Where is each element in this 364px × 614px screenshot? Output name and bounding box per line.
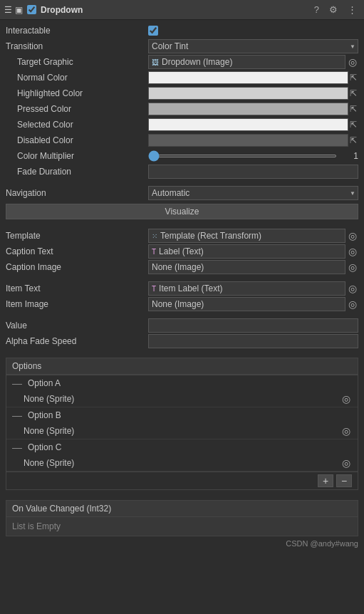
selected-color-picker[interactable]: ⇱ xyxy=(348,120,358,130)
target-graphic-text: Dropdown (Image) xyxy=(162,57,232,67)
disabled-color-picker[interactable]: ⇱ xyxy=(348,135,358,145)
color-multiplier-row: Color Multiplier 1 xyxy=(0,148,364,164)
caption-text-picker[interactable]: ◎ xyxy=(347,246,358,257)
option-c-name-row: — Option C xyxy=(6,439,358,455)
item-image-picker[interactable]: ◎ xyxy=(347,298,358,310)
caption-image-picker[interactable]: ◎ xyxy=(347,261,358,273)
fade-duration-input[interactable]: 0.1 xyxy=(148,165,358,179)
item-image-field[interactable]: None (Image) xyxy=(148,297,345,311)
navigation-value: Automatic None Horizontal Vertical Expli… xyxy=(148,186,358,200)
interactable-checkbox[interactable] xyxy=(148,26,158,36)
active-checkbox[interactable] xyxy=(27,5,36,14)
template-row: Template ⁙ Template (Rect Transform) ◎ xyxy=(0,228,364,244)
pressed-color-row: Pressed Color ⇱ xyxy=(0,101,364,117)
value-value: 0 xyxy=(148,318,358,333)
caption-text-icon: T xyxy=(152,248,156,256)
separator-4 xyxy=(0,312,364,318)
pressed-color-field[interactable] xyxy=(148,103,348,115)
item-text-label: Item Text xyxy=(6,283,148,293)
transition-row: Transition Color Tint None Sprite Swap A… xyxy=(0,38,364,54)
navigation-row: Navigation Automatic None Horizontal Ver… xyxy=(0,185,364,201)
template-field[interactable]: ⁙ Template (Rect Transform) xyxy=(148,229,345,243)
caption-image-field[interactable]: None (Image) xyxy=(148,260,345,274)
option-b-sprite-row: None (Sprite) ◎ xyxy=(6,423,358,439)
target-graphic-field[interactable]: 🖼 Dropdown (Image) xyxy=(148,55,345,69)
value-row: Value 0 xyxy=(0,318,364,333)
color-multiplier-slider[interactable] xyxy=(148,155,337,157)
settings-button[interactable]: ⚙ xyxy=(326,3,340,16)
item-image-text: None (Image) xyxy=(152,299,204,309)
normal-color-row: Normal Color ⇱ xyxy=(0,70,364,85)
item-text-row: Item Text T Item Label (Text) ◎ xyxy=(0,281,364,296)
header-icons: ☰ ▣ xyxy=(4,5,23,15)
separator-2 xyxy=(0,222,364,228)
selected-color-field[interactable] xyxy=(148,118,348,131)
highlighted-color-value: ⇱ xyxy=(148,87,358,100)
normal-color-field[interactable] xyxy=(148,71,348,84)
item-text-field[interactable]: T Item Label (Text) xyxy=(148,281,345,296)
normal-color-picker[interactable]: ⇱ xyxy=(348,73,358,83)
caption-text-label: Caption Text xyxy=(6,246,148,256)
item-text-value: T Item Label (Text) ◎ xyxy=(148,281,358,296)
item-text-icon: T xyxy=(152,285,156,293)
options-header: Options xyxy=(6,358,358,375)
option-a-name-row: — Option A xyxy=(6,375,358,391)
help-button[interactable]: ? xyxy=(311,3,322,16)
image-icon: 🖼 xyxy=(152,58,159,66)
item-text-picker[interactable]: ◎ xyxy=(347,283,358,294)
transition-select-wrapper: Color Tint None Sprite Swap Animation xyxy=(148,39,358,53)
option-b-name-row: — Option B xyxy=(6,407,358,423)
template-icon: ⁙ xyxy=(152,232,157,240)
inspector-content: Interactable Transition Color Tint None … xyxy=(0,20,364,553)
navigation-select[interactable]: Automatic None Horizontal Vertical Expli… xyxy=(148,186,358,200)
visualize-button[interactable]: Visualize xyxy=(6,204,358,219)
target-graphic-label: Target Graphic xyxy=(6,57,148,67)
value-label: Value xyxy=(6,321,148,331)
caption-text-field[interactable]: T Label (Text) xyxy=(148,244,345,259)
alpha-fade-label: Alpha Fade Speed xyxy=(6,336,148,346)
template-picker[interactable]: ◎ xyxy=(347,230,358,241)
caption-image-label: Caption Image xyxy=(6,262,148,272)
menu-icon: ☰ xyxy=(4,5,12,15)
more-button[interactable]: ⋮ xyxy=(345,3,360,16)
caption-image-text: None (Image) xyxy=(152,262,204,272)
item-image-row: Item Image None (Image) ◎ xyxy=(0,296,364,312)
highlighted-color-field[interactable] xyxy=(148,87,348,100)
target-graphic-picker[interactable]: ◎ xyxy=(347,56,358,68)
disabled-color-row: Disabled Color ⇱ xyxy=(0,132,364,148)
watermark: CSDN @andy#wang xyxy=(0,536,364,551)
option-b-picker[interactable]: ◎ xyxy=(340,425,352,437)
value-input[interactable]: 0 xyxy=(148,318,358,333)
pressed-color-label: Pressed Color xyxy=(6,104,148,114)
remove-option-button[interactable]: − xyxy=(336,474,352,487)
option-b-sprite: None (Sprite) xyxy=(24,426,339,436)
disabled-color-value: ⇱ xyxy=(148,134,358,147)
fade-duration-value: 0.1 xyxy=(148,165,358,179)
disabled-color-field[interactable] xyxy=(148,134,348,147)
layers-icon: ▣ xyxy=(15,5,23,15)
fade-duration-label: Fade Duration xyxy=(6,167,148,177)
list-item: — Option B None (Sprite) ◎ xyxy=(6,407,358,439)
highlighted-color-picker[interactable]: ⇱ xyxy=(348,88,358,98)
selected-color-value: ⇱ xyxy=(148,118,358,131)
highlighted-color-label: Highlighted Color xyxy=(6,88,148,98)
option-c-picker[interactable]: ◎ xyxy=(340,457,352,469)
interactable-label: Interactable xyxy=(6,26,148,36)
color-multiplier-number: 1 xyxy=(341,151,358,161)
option-a-name: Option A xyxy=(28,378,352,388)
navigation-select-wrapper: Automatic None Horizontal Vertical Expli… xyxy=(148,186,358,200)
caption-image-row: Caption Image None (Image) ◎ xyxy=(0,259,364,275)
fade-duration-row: Fade Duration 0.1 xyxy=(0,164,364,179)
add-remove-row: + − xyxy=(6,472,358,490)
option-c-sprite: None (Sprite) xyxy=(24,458,339,468)
pressed-color-picker[interactable]: ⇱ xyxy=(348,104,358,114)
template-value: ⁙ Template (Rect Transform) ◎ xyxy=(148,229,358,243)
alpha-fade-row: Alpha Fade Speed 0.15 xyxy=(0,333,364,349)
interactable-value xyxy=(148,26,358,36)
option-a-picker[interactable]: ◎ xyxy=(340,393,352,405)
transition-select[interactable]: Color Tint None Sprite Swap Animation xyxy=(148,39,358,53)
selected-color-label: Selected Color xyxy=(6,120,148,130)
alpha-fade-input[interactable]: 0.15 xyxy=(148,334,358,348)
template-text: Template (Rect Transform) xyxy=(160,231,261,241)
add-option-button[interactable]: + xyxy=(318,474,333,487)
